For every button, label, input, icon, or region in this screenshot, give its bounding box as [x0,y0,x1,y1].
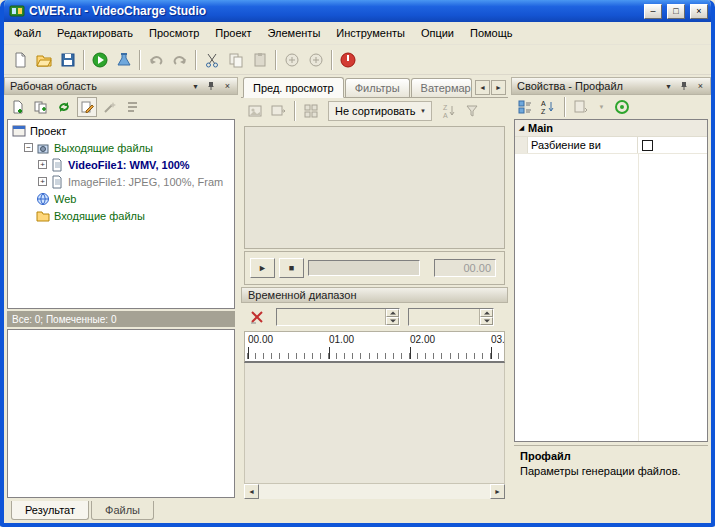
tree-node-label: VideoFile1: WMV, 100% [68,159,190,171]
tab-scroll-left-icon[interactable]: ◄ [475,80,490,95]
paste-button[interactable] [248,48,271,71]
tab-result[interactable]: Результат [11,501,89,520]
tab-scroll-right-icon[interactable]: ► [491,80,506,95]
minimize-button[interactable]: – [644,4,662,19]
chevron-down-icon[interactable]: ▼ [594,98,609,116]
expand-expander-icon[interactable]: + [38,160,47,169]
tab-watermark[interactable]: Ватермар [411,78,472,97]
property-pages-button[interactable] [571,97,591,117]
scroll-right-icon[interactable]: ► [490,484,505,499]
timeline-ruler[interactable]: 00.00 01.00 02.00 03.00 [244,331,505,363]
add-image-button[interactable] [304,48,327,71]
auto-sort-button[interactable]: ZA [439,101,459,121]
working-area-toolbar [4,95,238,119]
range-start-down-icon[interactable] [386,317,399,325]
menu-file[interactable]: Файл [6,23,49,43]
split-video-checkbox[interactable] [642,140,653,151]
stop-button[interactable] [336,48,359,71]
tab-filters[interactable]: Фильтры [345,78,410,97]
add-copy-button[interactable] [31,97,51,117]
range-end-down-icon[interactable] [480,317,493,325]
property-description-text: Параметры генерации файлов. [520,465,702,477]
property-pages-icon [573,99,589,115]
tree-node-videofile1[interactable]: + VideoFile1: WMV, 100% [8,156,234,173]
add-circle-icon [284,52,300,68]
maximize-button[interactable]: □ [667,4,685,19]
timeline-hscrollbar[interactable]: ◄ ► [244,484,505,499]
items-list[interactable] [7,329,235,498]
start-generation-button[interactable] [88,48,111,71]
tree-node-imagefile1[interactable]: + ImageFile1: JPEG, 100%, Fram [8,173,234,190]
scroll-left-icon[interactable]: ◄ [244,484,259,499]
add-item-button[interactable] [8,97,28,117]
categorized-button[interactable] [515,97,535,117]
titlebar[interactable]: CWER.ru - VideoCharge Studio – □ × [4,0,711,22]
play-button[interactable]: ► [250,258,275,278]
stop-playback-button[interactable]: ■ [279,258,304,278]
window-title: CWER.ru - VideoCharge Studio [29,4,639,18]
add-video-button[interactable] [280,48,303,71]
property-group-main[interactable]: ◢ Main [515,120,707,137]
menu-elements[interactable]: Элементы [260,23,329,43]
toolbar-separator [195,50,196,70]
seek-bar[interactable] [308,260,420,276]
redo-button[interactable] [168,48,191,71]
view-mode-button[interactable] [301,101,321,121]
svg-text:Z: Z [541,108,546,115]
range-end-field[interactable] [408,308,494,326]
refresh-icon [57,100,71,114]
wand-button[interactable] [100,97,120,117]
expand-expander-icon[interactable]: + [38,177,47,186]
filter-button[interactable] [462,101,482,121]
pin-button[interactable] [677,79,692,93]
tools-button[interactable] [123,97,143,117]
tree-node-project[interactable]: Проект [8,122,234,139]
property-description: Профайл Параметры генерации файлов. [514,445,708,499]
panel-close-button[interactable]: × [693,79,708,93]
tree-node-output-files[interactable]: − Выходящие файлы [8,139,234,156]
sort-dropdown[interactable]: Не сортировать ▼ [328,101,432,121]
cut-button[interactable] [200,48,223,71]
range-start-field[interactable] [276,308,400,326]
panel-menu-button[interactable]: ▼ [188,79,203,93]
range-end-input[interactable] [409,309,479,325]
new-file-button[interactable] [8,48,31,71]
collapse-expander-icon[interactable]: − [24,143,33,152]
panel-close-button[interactable]: × [220,79,235,93]
range-start-up-icon[interactable] [386,309,399,317]
tab-preview[interactable]: Пред. просмотр [243,77,344,98]
menu-help[interactable]: Помощь [462,23,521,43]
tab-files[interactable]: Файлы [91,501,154,520]
timeline-track-area[interactable] [244,363,505,485]
clear-range-button[interactable] [246,307,268,327]
scroll-track[interactable] [259,484,490,499]
help-button[interactable] [612,97,632,117]
menu-view[interactable]: Просмотр [141,23,207,43]
property-row-split-video[interactable]: Разбиение ви [515,137,707,154]
edit-button[interactable] [77,97,97,117]
menu-tools[interactable]: Инструменты [328,23,413,43]
save-button[interactable] [56,48,79,71]
wizard-button[interactable] [112,48,135,71]
range-start-input[interactable] [277,309,385,325]
undo-button[interactable] [144,48,167,71]
copy-button[interactable] [224,48,247,71]
menu-edit[interactable]: Редактировать [49,23,141,43]
tools-icon [126,100,140,114]
preview-viewport[interactable] [244,126,505,249]
capture-frame-button[interactable] [245,101,265,121]
pin-button[interactable] [204,79,219,93]
refresh-button[interactable] [54,97,74,117]
sort-az-button[interactable]: AZ [538,97,558,117]
ruler-tick-label: 02.00 [410,334,435,345]
menu-project[interactable]: Проект [207,23,259,43]
project-icon [12,124,27,138]
tree-node-input-files[interactable]: Входящие файлы [8,207,234,224]
open-button[interactable] [32,48,55,71]
panel-menu-button[interactable]: ▼ [661,79,676,93]
close-button[interactable]: × [690,4,708,19]
tree-node-web[interactable]: Web [8,190,234,207]
menu-options[interactable]: Опции [413,23,462,43]
range-end-up-icon[interactable] [480,309,493,317]
save-frame-button[interactable] [268,101,288,121]
